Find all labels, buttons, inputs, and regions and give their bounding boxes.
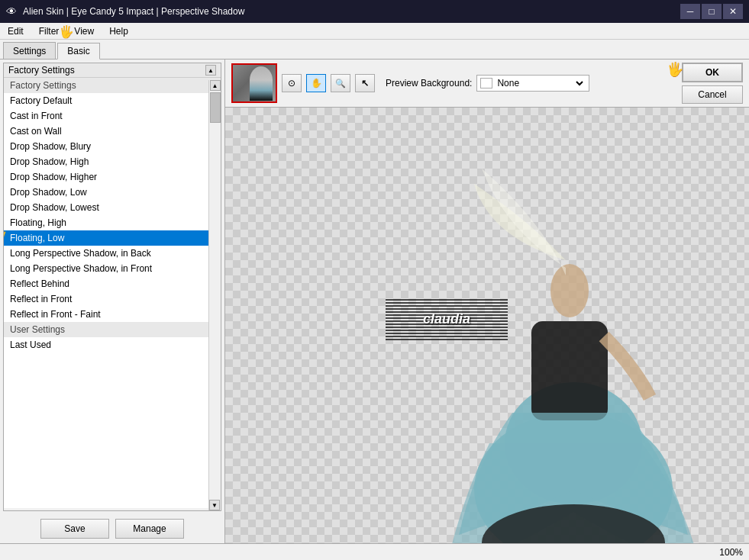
save-button[interactable]: Save [40,519,109,539]
list-item-long-perspective-back[interactable]: Long Perspective Shadow, in Back [4,246,221,261]
left-panel: Factory Settings ▲ Factory Settings Fact… [0,60,225,543]
tab-settings[interactable]: Settings [3,42,56,59]
scroll-track-up[interactable]: ▲ [210,80,221,91]
zoom-tool-button[interactable]: 🔍 [331,74,350,92]
section-factory-settings: Factory Settings [4,78,221,93]
zoom-level: 100% [719,547,743,558]
watermark-overlay: claudia [386,298,508,340]
list-item-drop-shadow-blury[interactable]: Drop Shadow, Blury [4,139,221,154]
hand-tool-button[interactable]: ✋ [306,74,326,92]
list-item-drop-shadow-high[interactable]: Drop Shadow, High [4,154,221,169]
hand-tool-icon: ✋ [311,78,322,89]
main-area: Factory Settings ▲ Factory Settings Fact… [0,60,749,543]
list-item-drop-shadow-lowest[interactable]: Drop Shadow, Lowest [4,200,221,215]
select-tool-button[interactable]: ↖ [355,74,375,92]
list-item-reflect-in-front-faint[interactable]: Reflect in Front - Faint [4,307,221,322]
list-item-factory-default[interactable]: Factory Default [4,93,221,108]
menu-edit[interactable]: Edit [0,23,31,39]
title-bar: 👁 Alien Skin | Eye Candy 5 Impact | Pers… [0,0,749,23]
settings-list[interactable]: Factory Settings Factory Default Cast in… [4,78,221,508]
list-item-reflect-in-front[interactable]: Reflect in Front [4,291,221,307]
preview-thumbnail [231,63,277,103]
svg-point-3 [550,264,589,317]
settings-list-header: Factory Settings ▲ [4,63,221,78]
section-user-settings: User Settings [4,322,221,337]
watermark-text: claudia [423,311,470,327]
minimize-button[interactable]: ─ [680,4,700,19]
tab-basic[interactable]: Basic [57,43,99,60]
list-item-drop-shadow-low[interactable]: Drop Shadow, Low [4,185,221,200]
preview-canvas: claudia [225,108,749,543]
preview-bg-label: Preview Background: [386,78,472,89]
list-item-cast-in-front[interactable]: Cast in Front [4,108,221,124]
ok-cancel-area: 🖐 OK Cancel [682,63,743,104]
color-swatch [480,78,492,89]
zoom-to-fit-icon: ⊙ [288,78,295,89]
app-icon: 👁 [6,5,17,18]
ok-button[interactable]: 🖐 OK [682,63,743,82]
scroll-track-down[interactable]: ▼ [209,500,220,510]
window-title: Alien Skin | Eye Candy 5 Impact | Perspe… [23,6,244,17]
preview-background-select[interactable]: None White Black Gray [494,75,586,92]
right-panel: ⊙ ✋ 🔍 ↖ Preview Background: None White B… [225,60,749,543]
hand-cursor-icon: 🖐 [4,224,9,246]
scrollbar-track[interactable]: ▲ ▼ [208,80,221,510]
ok-hand-icon: 🖐 [667,61,683,78]
magnify-icon: 🔍 [335,79,346,89]
list-item-last-used[interactable]: Last Used [4,337,221,352]
menu-bar: Edit Filter 🖐 View Help [0,23,749,40]
manage-button[interactable]: Manage [115,519,184,539]
arrow-icon: ↖ [361,78,369,89]
menu-filter[interactable]: Filter 🖐 [31,23,67,39]
cancel-button[interactable]: Cancel [682,85,743,104]
svg-rect-2 [531,321,608,420]
maximize-button[interactable]: □ [702,4,722,19]
scrollbar-thumb[interactable] [210,92,221,123]
settings-list-container: Factory Settings ▲ Factory Settings Fact… [3,63,221,511]
status-bar: 100% [0,543,749,560]
bottom-buttons: Save Manage [0,514,224,543]
list-item-drop-shadow-higher[interactable]: Drop Shadow, Higher [4,169,221,185]
right-toolbar: ⊙ ✋ 🔍 ↖ Preview Background: None White B… [225,60,749,108]
close-button[interactable]: ✕ [723,4,743,19]
window-controls: ─ □ ✕ [680,4,743,19]
scroll-up-arrow[interactable]: ▲ [205,65,216,76]
zoom-to-fit-button[interactable]: ⊙ [282,74,302,92]
list-item-long-perspective-front[interactable]: Long Perspective Shadow, in Front [4,261,221,276]
list-item-floating-low[interactable]: Floating, Low 🖐 [4,230,221,246]
list-item-cast-on-wall[interactable]: Cast on Wall [4,124,221,139]
menu-help[interactable]: Help [102,23,136,39]
tabs-bar: Settings Basic [0,40,749,60]
list-item-reflect-behind[interactable]: Reflect Behind [4,276,221,291]
factory-settings-label: Factory Settings [8,65,75,76]
list-item-floating-high[interactable]: Floating, High [4,215,221,230]
